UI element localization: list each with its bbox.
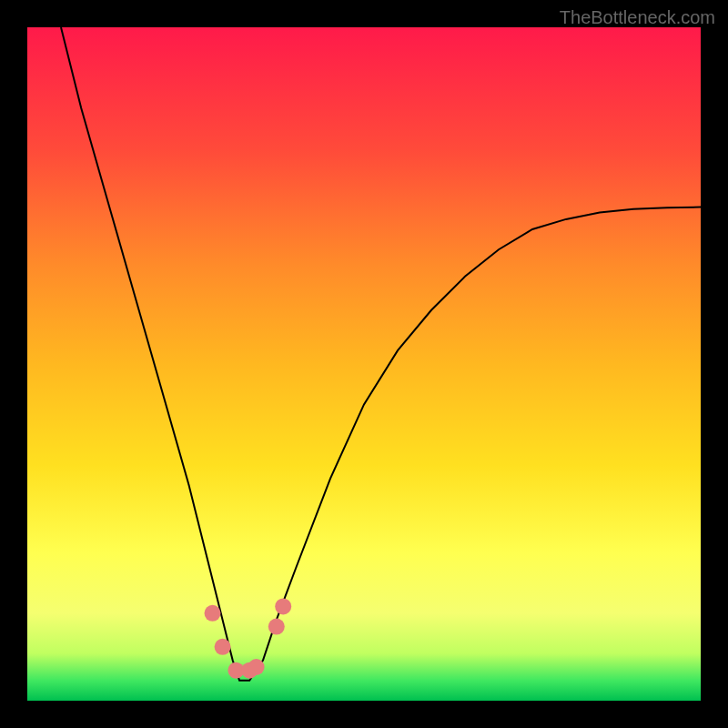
- marker-point: [205, 605, 221, 622]
- marker-point: [268, 619, 285, 635]
- marker-point: [215, 639, 231, 655]
- watermark-text: TheBottleneck.com: [560, 7, 715, 28]
- marker-point: [275, 598, 291, 614]
- chart-area: [27, 27, 701, 701]
- chart-svg: [27, 27, 701, 701]
- gradient-background: [27, 27, 701, 701]
- marker-point: [248, 659, 265, 675]
